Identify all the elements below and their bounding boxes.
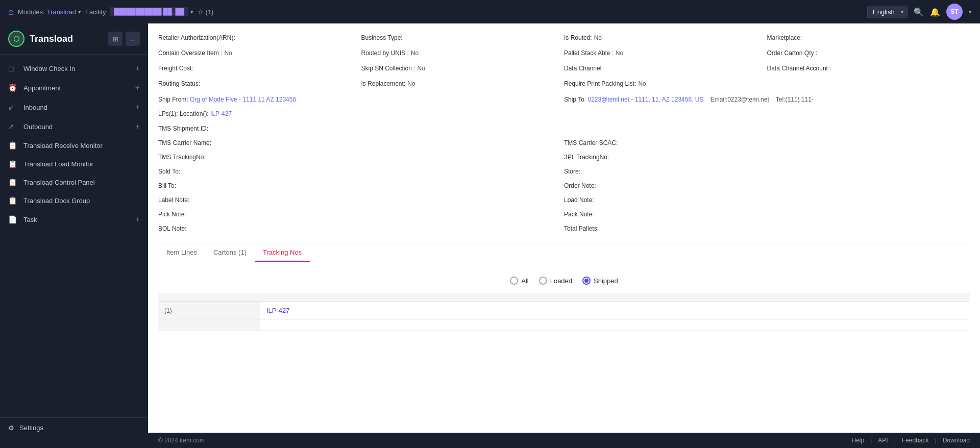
radio-circle-loaded [539, 277, 547, 285]
detail-area: Retailer Authorization(ARN): Business Ty… [148, 23, 980, 433]
tabs-header: Item Lines Cartons (1) Tracking Nos [158, 243, 970, 262]
sidebar-item-settings[interactable]: ⚙ Settings [8, 424, 140, 432]
inbound-plus[interactable]: + [135, 103, 140, 112]
footer-link-download[interactable]: Download [943, 437, 970, 444]
field-store: Store: [564, 165, 970, 178]
field-pallet-stack: Pallet Stack Able : No [564, 47, 767, 59]
sidebar-label-transload-dock: Transload Dock Group [23, 197, 140, 205]
sidebar-label-appointment: Appointment [23, 84, 135, 92]
language-selector[interactable]: English [867, 6, 908, 18]
appointment-icon: ⏰ [8, 84, 18, 92]
favorites[interactable]: ☆ (1) [198, 8, 214, 16]
list-view-button[interactable]: ≡ [126, 32, 140, 46]
home-icon[interactable]: ⌂ [8, 7, 14, 17]
user-menu-chevron[interactable]: ▾ [969, 9, 972, 15]
sidebar-item-outbound[interactable]: ↗ Outbound + [0, 117, 148, 136]
notifications-button[interactable]: 🔔 [930, 7, 940, 17]
appointment-plus[interactable]: + [135, 83, 140, 92]
field-bill-to: Bill To: [158, 180, 564, 192]
sidebar-label-transload-receive: Transload Receive Monitor [23, 142, 140, 150]
ship-from-field: Ship From: Org of Mode Five - 1111 11 AZ… [158, 96, 296, 103]
field-routed-unis: Routed by UNIS : No [361, 47, 565, 59]
sidebar: ⬡ Transload ⊞ ≡ ◻ Window Check In + ⏰ Ap… [0, 23, 148, 448]
radio-group: All Loaded Shipped [158, 270, 970, 291]
field-tms-carrier-scac: TMS Carrier SCAC: [564, 137, 970, 149]
language-select[interactable]: English [867, 6, 908, 18]
footer-link-help[interactable]: Help [852, 437, 865, 444]
sidebar-item-transload-load[interactable]: 📋 Transload Load Monitor [0, 155, 148, 173]
table-row-bottom [158, 320, 970, 331]
field-pick-note: Pick Note: [158, 208, 564, 220]
field-total-pallets: Total Pallets: [564, 222, 970, 235]
ship-from-to-row: Ship From: Org of Mode Five - 1111 11 AZ… [158, 94, 970, 105]
sidebar-nav: ◻ Window Check In + ⏰ Appointment + ↙ In… [0, 55, 148, 417]
sidebar-header: ⬡ Transload ⊞ ≡ [0, 23, 148, 55]
user-avatar[interactable]: ST [946, 4, 963, 20]
field-bol-note: BOL Note: [158, 222, 564, 235]
settings-icon: ⚙ [8, 424, 14, 432]
star-icon: ☆ [198, 8, 204, 16]
modules-chevron[interactable]: ▾ [78, 9, 81, 15]
logo-icon: ⬡ [8, 31, 24, 47]
field-tms-tracking-no: TMS TrackingNo: [158, 151, 564, 163]
radio-circle-shipped [582, 277, 591, 285]
sidebar-item-window-check-in[interactable]: ◻ Window Check In + [0, 59, 148, 78]
modules-selector: Modules: Transload ▾ [18, 8, 81, 16]
task-plus[interactable]: + [135, 215, 140, 224]
inbound-icon: ↙ [8, 103, 18, 111]
field-require-print-packing: Require Print Packing List: No [564, 78, 970, 90]
modules-value: Transload [47, 8, 76, 16]
sidebar-item-task[interactable]: 📄 Task + [0, 210, 148, 229]
tab-cartons[interactable]: Cartons (1) [205, 243, 255, 262]
field-pack-note: Pack Note: [564, 208, 970, 220]
tab-item-lines[interactable]: Item Lines [158, 243, 205, 262]
col-lp [260, 293, 970, 302]
tracking-nos-content: All Loaded Shipped [158, 262, 970, 339]
facility-selector: Facility: ███████████ ██, ██ ▾ [85, 7, 193, 16]
field-sold-to: Sold To: [158, 165, 564, 178]
sidebar-item-inbound[interactable]: ↙ Inbound + [0, 97, 148, 117]
window-check-in-plus[interactable]: + [135, 64, 140, 73]
tab-tracking-nos[interactable]: Tracking Nos [255, 243, 310, 262]
radio-circle-all [510, 277, 518, 285]
footer-link-feedback[interactable]: Feedback [902, 437, 929, 444]
outbound-plus[interactable]: + [135, 122, 140, 131]
table-row: (1) ILP-427 [158, 302, 970, 320]
sidebar-item-appointment[interactable]: ⏰ Appointment + [0, 78, 148, 97]
field-is-routed: Is Routed: No [564, 32, 767, 44]
nav-right: English 🔍 🔔 ST ▾ [867, 4, 972, 20]
sidebar-item-transload-receive[interactable]: 📋 Transload Receive Monitor [0, 136, 148, 155]
row-lp-id[interactable]: ILP-427 [260, 302, 970, 320]
radio-all[interactable]: All [510, 277, 528, 285]
transload-control-icon: 📋 [8, 178, 18, 186]
field-load-note: Load Note: [564, 194, 970, 206]
facility-chevron[interactable]: ▾ [190, 9, 193, 15]
sidebar-label-outbound: Outbound [23, 123, 135, 131]
sidebar-label-settings: Settings [19, 424, 43, 432]
radio-loaded[interactable]: Loaded [539, 277, 572, 285]
sidebar-footer: ⚙ Settings [0, 417, 148, 438]
sidebar-label-transload-load: Transload Load Monitor [23, 160, 140, 168]
field-tms-shipment-id: TMS Shipment ID: [158, 122, 564, 135]
main-layout: ⬡ Transload ⊞ ≡ ◻ Window Check In + ⏰ Ap… [0, 23, 980, 448]
sidebar-label-transload-control: Transload Control Panel [23, 179, 140, 186]
field-data-channel-account: Data Channel Account : [767, 62, 970, 74]
search-button[interactable]: 🔍 [914, 7, 924, 17]
row-number: (1) [158, 302, 260, 320]
field-label-note: Label Note: [158, 194, 564, 206]
footer-copyright: © 2024 item.com [158, 437, 205, 444]
sidebar-item-transload-control[interactable]: 📋 Transload Control Panel [0, 173, 148, 191]
sidebar-item-transload-dock[interactable]: 📋 Transload Dock Group [0, 191, 148, 210]
grid-view-button[interactable]: ⊞ [108, 32, 122, 46]
field-retailer-arn: Retailer Authorization(ARN): [158, 32, 361, 44]
footer-link-api[interactable]: API [878, 437, 888, 444]
tms-fields: TMS Shipment ID: TMS Carrier Name: TMS C… [158, 122, 970, 235]
transload-load-icon: 📋 [8, 160, 18, 168]
footer-links: Help | API | Feedback | Download [852, 437, 970, 444]
tabs-section: Item Lines Cartons (1) Tracking Nos All … [158, 243, 970, 339]
radio-shipped[interactable]: Shipped [582, 277, 618, 285]
transload-dock-icon: 📋 [8, 196, 18, 205]
table-header-row [158, 293, 970, 302]
field-3pl-tracking-no: 3PL TrackingNo: [564, 151, 970, 163]
facility-value: ███████████ ██, ██ [110, 7, 188, 16]
